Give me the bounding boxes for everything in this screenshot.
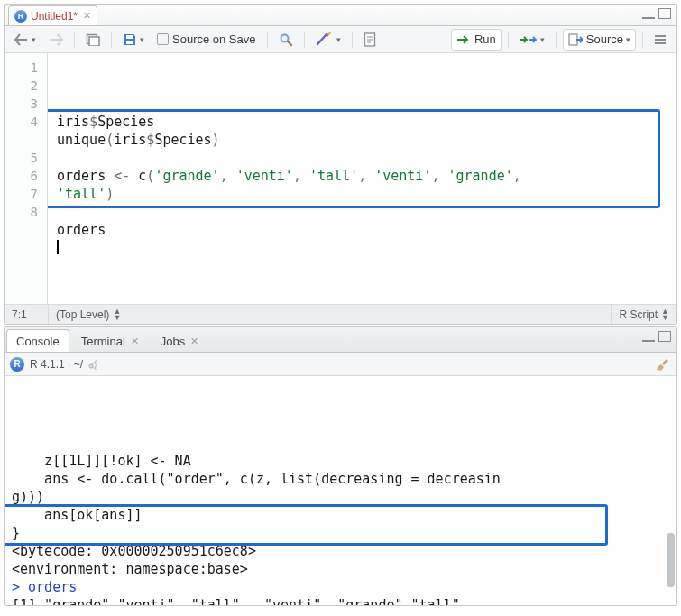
scrollbar[interactable]: [666, 380, 675, 602]
source-button[interactable]: Source ▾: [563, 29, 636, 51]
rerun-button[interactable]: ▾: [515, 29, 549, 51]
clear-console-button[interactable]: [657, 357, 671, 372]
save-button[interactable]: ▾: [118, 29, 149, 51]
find-button[interactable]: [274, 29, 298, 51]
editor-tab-title: Untitled1*: [31, 10, 78, 23]
run-button[interactable]: Run: [451, 29, 502, 51]
editor-pane: R Untitled1* ✕ ▾ ▾ Source on Save: [4, 4, 677, 325]
source-label: Source: [586, 32, 623, 46]
console-line: ans <- do.call("order", c(z, list(decrea…: [12, 470, 669, 488]
svg-rect-6: [569, 34, 577, 45]
pane-window-controls: [642, 331, 671, 342]
close-icon[interactable]: ✕: [131, 336, 139, 347]
chevron-down-icon: ▾: [140, 35, 144, 44]
minimize-pane-icon[interactable]: [642, 10, 655, 19]
source-on-save-checkbox[interactable]: Source on Save: [152, 29, 261, 51]
source-on-save-label: Source on Save: [172, 32, 256, 46]
console-line: <environment: namespace:base>: [12, 560, 669, 578]
console-line: z[[1L]][!ok] <- NA: [12, 452, 669, 470]
scrollbar-thumb[interactable]: [667, 533, 675, 587]
console-line: [1] "grande" "venti" "tall" "venti" "gra…: [12, 596, 669, 605]
editor-tab[interactable]: R Untitled1* ✕: [8, 5, 97, 25]
tab-terminal[interactable]: Terminal ✕: [71, 329, 149, 352]
code-line[interactable]: orders: [57, 221, 676, 239]
code-tools-button[interactable]: ▾: [311, 29, 345, 51]
editor-statusbar: 7:1 (Top Level) ▲▼ R Script ▲▼: [5, 304, 676, 324]
code-line[interactable]: [57, 203, 676, 221]
console-line: ans[ok[ans]]: [12, 506, 669, 524]
r-logo-icon: R: [10, 357, 24, 372]
code-line[interactable]: [57, 239, 676, 257]
line-gutter: 1234 5678: [5, 53, 48, 304]
editor-tabstrip: R Untitled1* ✕: [5, 5, 676, 26]
maximize-pane-icon[interactable]: [658, 331, 671, 342]
updown-icon: ▲▼: [661, 308, 669, 321]
language-label: R Script: [619, 308, 658, 321]
share-icon[interactable]: [87, 359, 97, 370]
scope-selector[interactable]: (Top Level) ▲▼: [48, 305, 128, 324]
tab-console-label: Console: [16, 335, 60, 348]
console-line: g))): [12, 488, 669, 506]
code-line[interactable]: orders <- c('grande', 'venti', 'tall', '…: [57, 167, 676, 185]
minimize-pane-icon[interactable]: [642, 333, 655, 342]
outline-button[interactable]: [649, 29, 671, 51]
tab-jobs[interactable]: Jobs ✕: [151, 329, 208, 352]
close-icon[interactable]: ✕: [190, 336, 198, 347]
console-output[interactable]: z[[1L]][!ok] <- NA ans <- do.call("order…: [5, 376, 676, 605]
console-tabstrip: Console Terminal ✕ Jobs ✕: [5, 327, 676, 353]
language-selector[interactable]: R Script ▲▼: [611, 305, 676, 324]
code-line[interactable]: unique(iris$Species): [57, 131, 676, 149]
run-label: Run: [474, 32, 496, 46]
compile-report-button[interactable]: [359, 29, 381, 51]
cursor-position: 7:1: [5, 305, 48, 324]
scope-label: (Top Level): [56, 308, 109, 321]
tab-console[interactable]: Console: [6, 329, 69, 352]
console-line: > orders: [12, 578, 669, 596]
svg-rect-3: [126, 41, 133, 44]
tab-terminal-label: Terminal: [81, 335, 125, 348]
tab-jobs-label: Jobs: [161, 335, 185, 348]
show-in-new-window-button[interactable]: [81, 29, 105, 51]
chevron-down-icon: ▾: [32, 35, 36, 44]
pane-window-controls: [642, 8, 671, 19]
checkbox-icon: [157, 33, 169, 45]
console-pane: Console Terminal ✕ Jobs ✕ R R 4.1.1 · ~/…: [4, 326, 677, 606]
console-subheader: R R 4.1.1 · ~/: [5, 353, 676, 376]
chevron-down-icon: ▾: [540, 35, 545, 44]
console-line: }: [12, 524, 669, 542]
r-session-info: R 4.1.1 · ~/: [30, 358, 83, 371]
code-line[interactable]: [57, 257, 676, 275]
console-line: <bytecode: 0x00000250951c6ec8>: [12, 542, 669, 560]
code-line[interactable]: 'tall'): [57, 185, 676, 203]
close-icon[interactable]: ✕: [83, 10, 91, 22]
chevron-down-icon: ▾: [336, 35, 341, 44]
chevron-down-icon: ▾: [626, 35, 630, 44]
code-line[interactable]: iris$Species: [57, 113, 676, 131]
r-file-icon: R: [14, 10, 27, 23]
svg-rect-1: [89, 37, 99, 46]
maximize-pane-icon[interactable]: [658, 8, 671, 19]
code-editor[interactable]: 1234 5678 iris$Speciesunique(iris$Specie…: [5, 53, 676, 304]
forward-button[interactable]: [44, 29, 68, 51]
svg-rect-2: [126, 35, 133, 39]
code-body[interactable]: iris$Speciesunique(iris$Species)orders <…: [48, 53, 676, 304]
code-line[interactable]: [57, 149, 676, 167]
updown-icon: ▲▼: [113, 308, 121, 321]
editor-toolbar: ▾ ▾ Source on Save ▾: [5, 26, 676, 53]
back-button[interactable]: ▾: [10, 29, 41, 51]
